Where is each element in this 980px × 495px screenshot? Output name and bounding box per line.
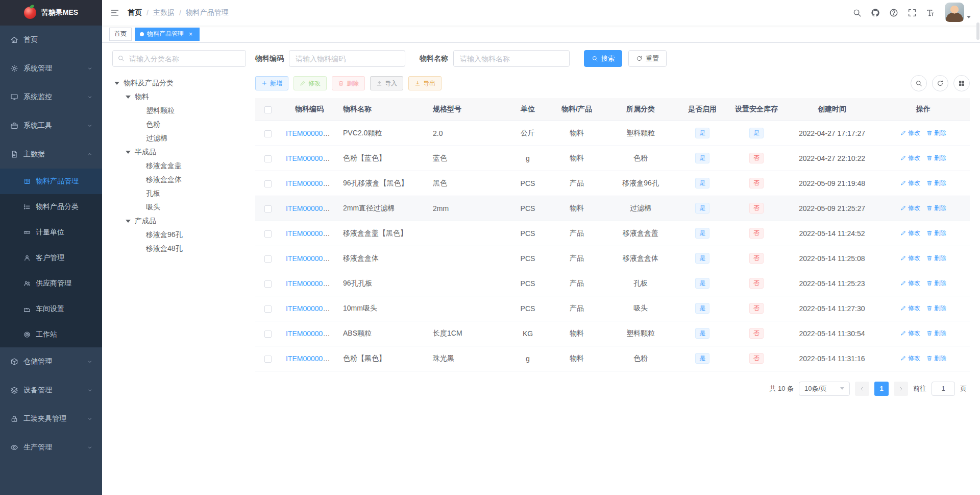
github-link[interactable] [866, 0, 885, 26]
delete-link[interactable]: 删除 [926, 154, 946, 162]
delete-link[interactable]: 删除 [926, 129, 946, 137]
sidebar-item-system-monitor[interactable]: 系统监控 [0, 83, 102, 111]
table-row[interactable]: ITEM00000051 移液盒盒盖【黑色】 PCS 产品 移液盒盒盖 是 否 … [255, 221, 970, 246]
fullscreen-button[interactable] [903, 0, 921, 26]
edit-link[interactable]: 修改 [900, 279, 920, 288]
add-button[interactable]: 新增 [255, 76, 288, 90]
tree-node-semi-finished[interactable]: 半成品 [112, 145, 246, 159]
delete-link[interactable]: 删除 [926, 304, 946, 313]
sidebar-item-material-product-category[interactable]: 物料产品分类 [0, 194, 102, 220]
breadcrumb-home[interactable]: 首页 [128, 8, 142, 17]
sidebar-item-supplier-management[interactable]: 供应商管理 [0, 271, 102, 296]
delete-link[interactable]: 删除 [926, 354, 946, 363]
edit-link[interactable]: 修改 [900, 204, 920, 213]
row-checkbox[interactable] [264, 155, 272, 162]
row-checkbox[interactable] [264, 230, 272, 238]
prev-page-button[interactable] [855, 382, 869, 396]
sidebar-item-fixture-management[interactable]: 工装夹具管理 [0, 405, 102, 433]
sidebar-item-production-management[interactable]: 生产管理 [0, 433, 102, 462]
tree-node-finished[interactable]: 产成品 [112, 214, 246, 228]
tree-node-box-48[interactable]: 移液盒48孔 [112, 242, 246, 255]
search-button[interactable]: 搜索 [584, 50, 622, 67]
edit-link[interactable]: 修改 [900, 354, 920, 363]
refresh-table-button[interactable] [932, 75, 948, 91]
sidebar-toggle-button[interactable] [102, 0, 128, 26]
goto-page-input[interactable] [932, 382, 955, 396]
tree-node-box-body[interactable]: 移液盒盒体 [112, 173, 246, 186]
item-code-link[interactable]: ITEM00000053 [286, 279, 335, 288]
row-checkbox[interactable] [264, 331, 272, 338]
docs-help-button[interactable] [885, 0, 903, 26]
row-checkbox[interactable] [264, 130, 272, 137]
delete-link[interactable]: 删除 [926, 254, 946, 263]
item-code-link[interactable]: ITEM00000052 [286, 254, 335, 263]
export-button[interactable]: 导出 [408, 76, 442, 90]
select-all-checkbox[interactable] [264, 106, 272, 113]
item-code-link[interactable]: ITEM00000055 [286, 329, 335, 338]
table-row[interactable]: ITEM00000041 色粉【蓝色】 蓝色 g 物料 色粉 是 否 2022-… [255, 146, 970, 171]
tree-node-tip[interactable]: 吸头 [112, 200, 246, 214]
tree-node-box-lid[interactable]: 移液盒盒盖 [112, 159, 246, 173]
delete-button[interactable]: 删除 [332, 76, 365, 90]
item-code-link[interactable]: ITEM00000037 [286, 129, 335, 137]
header-search-button[interactable] [848, 0, 866, 26]
app-logo[interactable]: 苦糖果MES [0, 0, 102, 26]
item-code-link[interactable]: ITEM00000046 [286, 179, 335, 187]
scrollbar[interactable] [976, 22, 979, 40]
row-checkbox[interactable] [264, 280, 272, 288]
item-code-link[interactable]: ITEM00000041 [286, 154, 335, 162]
row-checkbox[interactable] [264, 180, 272, 187]
close-icon[interactable]: × [187, 30, 194, 38]
columns-visibility-button[interactable] [953, 75, 970, 91]
import-button[interactable]: 导入 [370, 76, 403, 90]
edit-link[interactable]: 修改 [900, 254, 920, 263]
delete-link[interactable]: 删除 [926, 279, 946, 288]
sidebar-item-master-data[interactable]: 主数据 [0, 140, 102, 169]
table-row[interactable]: ITEM00000056 色粉【黑色】 珠光黑 g 物料 色粉 是 否 2022… [255, 346, 970, 371]
user-menu[interactable] [945, 3, 971, 23]
tree-node-plastic-pellets[interactable]: 塑料颗粒 [112, 104, 246, 117]
delete-link[interactable]: 删除 [926, 179, 946, 187]
reset-button[interactable]: 重置 [628, 50, 667, 67]
edit-button[interactable]: 修改 [293, 76, 327, 90]
edit-link[interactable]: 修改 [900, 179, 920, 187]
tree-node-pigment[interactable]: 色粉 [112, 117, 246, 131]
tree-node-material[interactable]: 物料 [112, 90, 246, 104]
edit-link[interactable]: 修改 [900, 329, 920, 338]
sidebar-item-material-product-management[interactable]: 物料产品管理 [0, 169, 102, 194]
sidebar-item-workstation[interactable]: 工作站 [0, 322, 102, 347]
table-row[interactable]: ITEM00000055 ABS颗粒 长度1CM KG 物料 塑料颗粒 是 否 … [255, 321, 970, 346]
sidebar-item-workshop-settings[interactable]: 车间设置 [0, 296, 102, 322]
delete-link[interactable]: 删除 [926, 204, 946, 213]
table-row[interactable]: ITEM00000053 96孔孔板 PCS 产品 孔板 是 否 2022-05… [255, 271, 970, 296]
category-search-input[interactable] [112, 50, 246, 67]
delete-link[interactable]: 删除 [926, 329, 946, 338]
row-checkbox[interactable] [264, 356, 272, 363]
tree-node-plate[interactable]: 孔板 [112, 186, 246, 200]
table-row[interactable]: ITEM00000046 96孔移液盒【黑色】 黑色 PCS 产品 移液盒96孔… [255, 171, 970, 196]
page-1-button[interactable]: 1 [874, 382, 889, 396]
material-code-input[interactable] [289, 50, 405, 67]
edit-link[interactable]: 修改 [900, 129, 920, 137]
row-checkbox[interactable] [264, 255, 272, 263]
tree-node-filter-cotton[interactable]: 过滤棉 [112, 131, 246, 145]
item-code-link[interactable]: ITEM00000049 [286, 204, 335, 213]
tab-material-product-management[interactable]: 物料产品管理 × [135, 28, 200, 41]
table-row[interactable]: ITEM00000052 移液盒盒体 PCS 产品 移液盒盒体 是 否 2022… [255, 246, 970, 271]
edit-link[interactable]: 修改 [900, 304, 920, 313]
item-code-link[interactable]: ITEM00000056 [286, 355, 335, 363]
font-size-button[interactable] [921, 0, 940, 26]
row-checkbox[interactable] [264, 305, 272, 313]
next-page-button[interactable] [894, 382, 908, 396]
tab-home[interactable]: 首页 [109, 28, 132, 41]
sidebar-item-system-tools[interactable]: 系统工具 [0, 111, 102, 140]
sidebar-item-measure-unit[interactable]: 计量单位 [0, 220, 102, 245]
material-name-input[interactable] [453, 50, 570, 67]
sidebar-item-warehouse-management[interactable]: 仓储管理 [0, 347, 102, 376]
sidebar-item-equipment-management[interactable]: 设备管理 [0, 376, 102, 405]
sidebar-item-home[interactable]: 首页 [0, 26, 102, 54]
page-size-select[interactable]: 10条/页 [799, 382, 850, 396]
sidebar-item-system-management[interactable]: 系统管理 [0, 54, 102, 83]
item-code-link[interactable]: ITEM00000054 [286, 304, 335, 313]
item-code-link[interactable]: ITEM00000051 [286, 229, 335, 238]
